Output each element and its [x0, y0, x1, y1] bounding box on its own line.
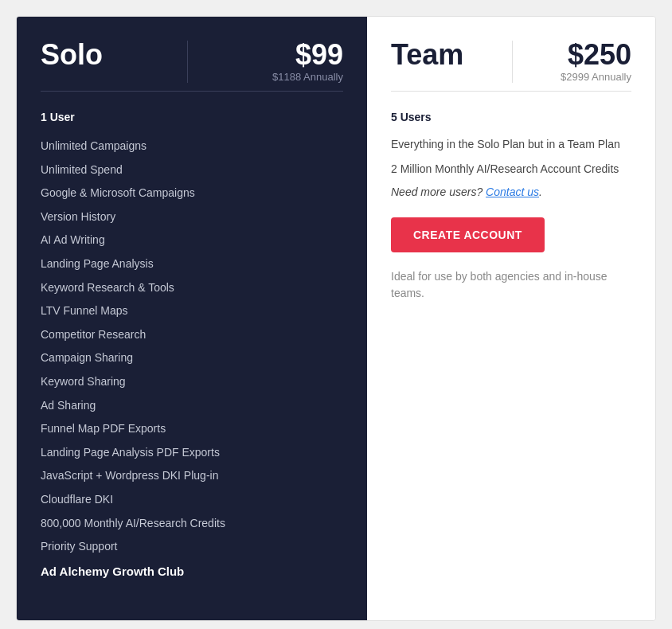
solo-feature-item: AI Ad Writing: [41, 229, 343, 252]
solo-panel: Solo $99 $1188 Annually 1 User Unlimited…: [17, 17, 367, 620]
team-contact-text: Need more users? Contact us.: [391, 186, 631, 198]
solo-users-label: 1 User: [41, 111, 343, 123]
team-price-main: $250: [561, 41, 631, 69]
solo-price-block: $99 $1188 Annually: [272, 41, 343, 83]
solo-feature-item: 800,000 Monthly AI/Research Credits: [41, 512, 343, 536]
solo-price-main: $99: [272, 41, 343, 69]
pricing-container: Solo $99 $1188 Annually 1 User Unlimited…: [16, 16, 656, 621]
team-title: Team: [391, 41, 463, 69]
solo-feature-item: Version History: [41, 205, 343, 229]
team-price-annual: $2999 Annually: [561, 71, 631, 83]
solo-features-list: Unlimited CampaignsUnlimited SpendGoogle…: [41, 135, 343, 584]
solo-feature-item: Keyword Research & Tools: [41, 276, 343, 300]
team-header-divider: [512, 41, 513, 83]
team-feature-1: Everything in the Solo Plan but in a Tea…: [391, 136, 631, 153]
solo-feature-item: Landing Page Analysis PDF Exports: [41, 441, 343, 465]
solo-feature-item: Competitor Research: [41, 323, 343, 347]
team-feature-2: 2 Million Monthly AI/Research Account Cr…: [391, 161, 631, 178]
solo-feature-item: Ad Sharing: [41, 394, 343, 418]
team-panel: Team $250 $2999 Annually 5 Users Everyth…: [367, 17, 655, 620]
solo-feature-item: Landing Page Analysis: [41, 252, 343, 276]
team-header: Team $250 $2999 Annually: [391, 41, 631, 92]
solo-feature-item: Ad Alchemy Growth Club: [41, 559, 343, 584]
solo-header: Solo $99 $1188 Annually: [41, 41, 343, 92]
solo-feature-item: Google & Microsoft Campaigns: [41, 182, 343, 205]
team-price-block: $250 $2999 Annually: [561, 41, 631, 83]
solo-feature-item: Keyword Sharing: [41, 370, 343, 394]
solo-title: Solo: [41, 41, 103, 69]
solo-feature-item: Cloudflare DKI: [41, 488, 343, 512]
solo-feature-item: Funnel Map PDF Exports: [41, 417, 343, 441]
team-contact-link[interactable]: Contact us: [486, 186, 539, 198]
solo-feature-item: Campaign Sharing: [41, 346, 343, 370]
solo-header-divider: [187, 41, 188, 83]
solo-feature-item: JavaScript + Wordpress DKI Plug-in: [41, 464, 343, 488]
team-contact-prefix: Need more users?: [391, 186, 483, 198]
solo-feature-item: LTV Funnel Maps: [41, 299, 343, 323]
solo-feature-item: Unlimited Spend: [41, 158, 343, 182]
create-account-button[interactable]: Create Account: [391, 217, 545, 252]
team-users-label: 5 Users: [391, 111, 631, 123]
team-contact-suffix: .: [539, 186, 542, 198]
solo-price-annual: $1188 Annually: [272, 71, 343, 83]
team-tagline: Ideal for use by both agencies and in-ho…: [391, 268, 631, 302]
solo-feature-item: Priority Support: [41, 535, 343, 559]
solo-feature-item: Unlimited Campaigns: [41, 135, 343, 158]
